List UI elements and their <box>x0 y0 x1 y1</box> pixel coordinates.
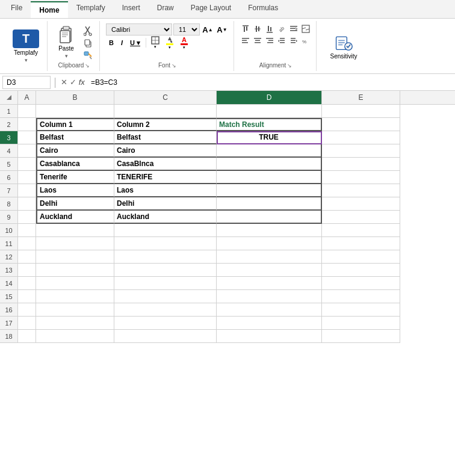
cell-b1[interactable] <box>36 105 114 118</box>
cell-d15[interactable] <box>217 290 322 303</box>
col-header-e[interactable]: E <box>322 91 400 104</box>
cell-a6[interactable] <box>18 171 36 184</box>
format-painter-button[interactable] <box>81 50 94 61</box>
tab-templafy[interactable]: Templafy <box>68 0 114 18</box>
row-header-2[interactable]: 2 <box>0 118 18 131</box>
cell-a14[interactable] <box>18 277 36 290</box>
cell-a4[interactable] <box>18 144 36 158</box>
col-header-d[interactable]: D <box>217 91 322 104</box>
paste-button[interactable]: Paste ▾ <box>54 23 79 60</box>
cell-b10[interactable] <box>36 224 114 237</box>
cell-a5[interactable] <box>18 158 36 171</box>
cell-reference-box[interactable]: D3 <box>2 76 51 89</box>
cell-c14[interactable] <box>114 277 217 290</box>
cell-d6[interactable] <box>217 171 322 184</box>
cell-b12[interactable] <box>36 250 114 264</box>
row-header-15[interactable]: 15 <box>0 290 18 303</box>
cell-a9[interactable] <box>18 211 36 224</box>
cell-b18[interactable] <box>36 330 114 343</box>
cell-c10[interactable] <box>114 224 217 237</box>
cell-a2[interactable] <box>18 118 36 131</box>
templafy-button[interactable]: T Templafy ▾ <box>10 28 42 64</box>
decrease-font-button[interactable]: A▼ <box>215 24 229 35</box>
cell-d5[interactable] <box>217 158 322 171</box>
cell-b8[interactable]: Delhi <box>36 197 114 211</box>
cell-a15[interactable] <box>18 290 36 303</box>
font-name-select[interactable]: Calibri <box>106 23 172 36</box>
cell-e14[interactable] <box>322 277 400 290</box>
tab-file[interactable]: File <box>2 0 31 18</box>
cell-c2[interactable]: Column 2 <box>114 118 217 131</box>
corner-cell[interactable] <box>0 91 18 104</box>
row-header-8[interactable]: 8 <box>0 197 18 211</box>
cell-e1[interactable] <box>322 105 400 118</box>
increase-font-button[interactable]: A▲ <box>201 24 214 35</box>
cell-d9[interactable] <box>217 211 322 224</box>
tab-draw[interactable]: Draw <box>149 0 182 18</box>
cell-c1[interactable] <box>114 105 217 118</box>
cell-e7[interactable] <box>322 184 400 197</box>
row-header-14[interactable]: 14 <box>0 277 18 290</box>
tab-formulas[interactable]: Formulas <box>240 0 286 18</box>
row-header-7[interactable]: 7 <box>0 184 18 197</box>
cell-b5[interactable]: Casablanca <box>36 158 114 171</box>
cell-b17[interactable] <box>36 317 114 330</box>
cell-b6[interactable]: Tenerife <box>36 171 114 184</box>
cell-e12[interactable] <box>322 250 400 264</box>
cell-d18[interactable] <box>217 330 322 343</box>
cell-e15[interactable] <box>322 290 400 303</box>
cell-c4[interactable]: Cairo <box>114 144 217 158</box>
cell-d14[interactable] <box>217 277 322 290</box>
cell-b2[interactable]: Column 1 <box>36 118 114 131</box>
cell-c18[interactable] <box>114 330 217 343</box>
formula-input[interactable] <box>87 77 453 88</box>
tab-home[interactable]: Home <box>31 1 67 18</box>
cell-a7[interactable] <box>18 184 36 197</box>
row-header-5[interactable]: 5 <box>0 158 18 171</box>
align-center-button[interactable] <box>252 36 263 46</box>
alignment-expander-icon[interactable]: ↘ <box>287 63 292 69</box>
cell-e11[interactable] <box>322 237 400 250</box>
row-header-6[interactable]: 6 <box>0 171 18 184</box>
row-header-16[interactable]: 16 <box>0 303 18 317</box>
font-color-button[interactable]: A ▾ <box>178 37 191 48</box>
cell-d10[interactable] <box>217 224 322 237</box>
cell-e16[interactable] <box>322 303 400 317</box>
cell-c11[interactable] <box>114 237 217 250</box>
merge-cells-button[interactable] <box>300 23 311 34</box>
cell-a17[interactable] <box>18 317 36 330</box>
cell-e3[interactable] <box>322 131 400 144</box>
row-header-13[interactable]: 13 <box>0 264 18 277</box>
align-left-button[interactable] <box>240 36 251 46</box>
cell-e17[interactable] <box>322 317 400 330</box>
cell-e5[interactable] <box>322 158 400 171</box>
cell-d2[interactable]: Match Result <box>217 118 322 131</box>
cell-d16[interactable] <box>217 303 322 317</box>
italic-button[interactable]: I <box>118 37 126 49</box>
underline-button[interactable]: U ▾ <box>127 37 143 49</box>
cell-d17[interactable] <box>217 317 322 330</box>
font-size-select[interactable]: 11 <box>173 23 200 36</box>
sensitivity-button[interactable]: Sensitivity <box>323 28 365 64</box>
cell-a10[interactable] <box>18 224 36 237</box>
bold-button[interactable]: B <box>106 37 117 49</box>
row-header-9[interactable]: 9 <box>0 211 18 224</box>
cell-c9[interactable]: Auckland <box>114 211 217 224</box>
cell-d13[interactable] <box>217 264 322 277</box>
col-header-b[interactable]: B <box>36 91 114 104</box>
cell-d11[interactable] <box>217 237 322 250</box>
borders-button[interactable]: ▾ <box>149 37 162 48</box>
cell-b7[interactable]: Laos <box>36 184 114 197</box>
align-top-button[interactable] <box>240 23 251 34</box>
row-header-10[interactable]: 10 <box>0 224 18 237</box>
cell-c16[interactable] <box>114 303 217 317</box>
cell-e2[interactable] <box>322 118 400 131</box>
cell-e18[interactable] <box>322 330 400 343</box>
cell-d3[interactable]: TRUE <box>217 131 322 144</box>
cell-a11[interactable] <box>18 237 36 250</box>
cell-a12[interactable] <box>18 250 36 264</box>
cell-c8[interactable]: Delhi <box>114 197 217 211</box>
font-expander-icon[interactable]: ↘ <box>172 63 176 69</box>
cell-b14[interactable] <box>36 277 114 290</box>
clipboard-expander-icon[interactable]: ↘ <box>85 63 90 69</box>
